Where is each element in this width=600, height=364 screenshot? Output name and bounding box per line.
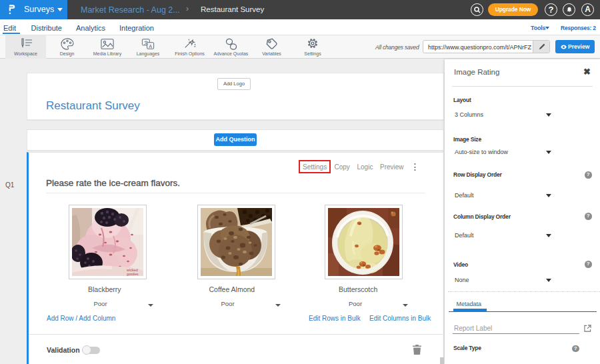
svg-text:文: 文 xyxy=(144,40,149,45)
svg-text:A: A xyxy=(149,43,152,49)
svg-text:goodies: goodies xyxy=(127,272,139,276)
